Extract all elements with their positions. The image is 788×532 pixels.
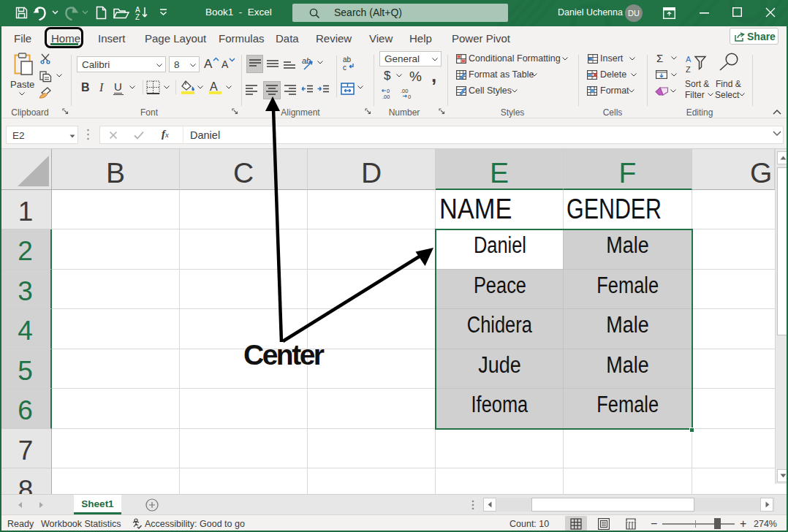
svg-text:Z: Z [686, 65, 691, 74]
svg-text:.00: .00 [401, 88, 408, 94]
svg-text:A: A [686, 55, 692, 64]
svg-text:c: c [343, 64, 346, 72]
svg-text:Z: Z [135, 13, 140, 20]
svg-text:0: 0 [408, 94, 411, 99]
svg-text:ab: ab [343, 56, 352, 64]
svg-text:.00: .00 [382, 94, 390, 99]
